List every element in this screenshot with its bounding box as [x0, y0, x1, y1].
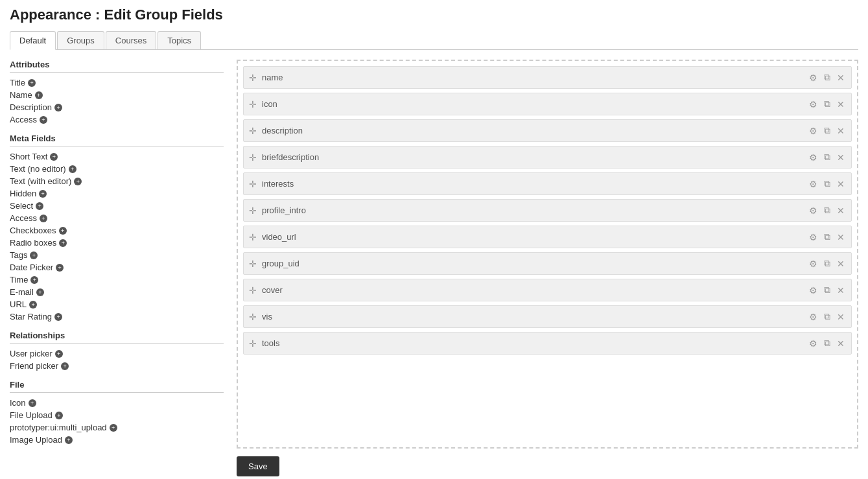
sidebar-item-user-picker[interactable]: User picker+	[10, 347, 224, 360]
remove-icon[interactable]: ✕	[836, 231, 846, 244]
add-icon: +	[54, 313, 62, 321]
copy-icon[interactable]: ⧉	[823, 124, 832, 137]
remove-icon[interactable]: ✕	[836, 257, 846, 270]
sidebar-item-checkboxes[interactable]: Checkboxes+	[10, 224, 224, 237]
save-button[interactable]: Save	[237, 456, 279, 476]
sidebar-item-file-upload[interactable]: File Upload+	[10, 409, 224, 421]
gear-icon[interactable]: ⚙	[808, 124, 819, 137]
tab-groups[interactable]: Groups	[57, 31, 104, 49]
field-row: ✛tools⚙⧉✕	[243, 332, 852, 355]
gear-icon[interactable]: ⚙	[808, 178, 819, 191]
field-name-label: video_url	[262, 232, 801, 242]
copy-icon[interactable]: ⧉	[823, 283, 832, 297]
drag-handle-icon[interactable]: ✛	[249, 205, 257, 216]
sidebar-item-description[interactable]: Description+	[10, 101, 224, 113]
drag-handle-icon[interactable]: ✛	[249, 232, 257, 242]
remove-icon[interactable]: ✕	[836, 310, 846, 323]
sidebar-item-hidden[interactable]: Hidden+	[10, 187, 224, 200]
add-icon: +	[59, 227, 67, 235]
field-actions: ⚙⧉✕	[808, 310, 846, 323]
field-name-label: briefdescription	[262, 152, 801, 162]
copy-icon[interactable]: ⧉	[823, 336, 832, 350]
sidebar-item-label: Hidden	[10, 189, 36, 198]
add-icon: +	[74, 178, 82, 185]
field-name-label: interests	[262, 179, 801, 189]
sidebar-item-access[interactable]: Access+	[10, 113, 224, 126]
tab-topics[interactable]: Topics	[158, 31, 201, 49]
sidebar-item-date-picker[interactable]: Date Picker+	[10, 261, 224, 274]
copy-icon[interactable]: ⧉	[823, 71, 832, 84]
gear-icon[interactable]: ⚙	[808, 337, 819, 350]
remove-icon[interactable]: ✕	[836, 284, 846, 297]
remove-icon[interactable]: ✕	[836, 124, 846, 137]
remove-icon[interactable]: ✕	[836, 151, 846, 164]
field-row: ✛name⚙⧉✕	[243, 66, 852, 89]
remove-icon[interactable]: ✕	[836, 337, 846, 350]
sidebar-item-label: Icon	[10, 398, 26, 408]
add-icon: +	[30, 276, 38, 284]
sidebar-item-radio-boxes[interactable]: Radio boxes+	[10, 237, 224, 249]
sidebar-item-tags[interactable]: Tags+	[10, 249, 224, 261]
tab-courses[interactable]: Courses	[106, 31, 156, 49]
sidebar-item-short-text[interactable]: Short Text+	[10, 150, 224, 163]
sidebar-item-name[interactable]: Name+	[10, 89, 224, 101]
field-name-label: name	[262, 73, 801, 82]
tabs-bar: DefaultGroupsCoursesTopics	[10, 31, 858, 50]
drag-handle-icon[interactable]: ✛	[249, 126, 257, 136]
field-actions: ⚙⧉✕	[808, 336, 846, 350]
copy-icon[interactable]: ⧉	[823, 150, 832, 164]
field-actions: ⚙⧉✕	[808, 230, 846, 244]
sidebar-item-select[interactable]: Select+	[10, 200, 224, 212]
gear-icon[interactable]: ⚙	[808, 284, 819, 297]
sidebar-item-access[interactable]: Access+	[10, 212, 224, 224]
sidebar-item-label: Description	[10, 102, 52, 112]
drag-handle-icon[interactable]: ✛	[249, 259, 257, 269]
copy-icon[interactable]: ⧉	[823, 230, 832, 244]
copy-icon[interactable]: ⧉	[823, 204, 832, 217]
gear-icon[interactable]: ⚙	[808, 231, 819, 244]
add-icon: +	[29, 301, 37, 309]
remove-icon[interactable]: ✕	[836, 204, 846, 217]
copy-icon[interactable]: ⧉	[823, 310, 832, 323]
copy-icon[interactable]: ⧉	[823, 97, 832, 111]
gear-icon[interactable]: ⚙	[808, 98, 819, 111]
sidebar-item-text-no-editor-[interactable]: Text (no editor)+	[10, 163, 224, 175]
copy-icon[interactable]: ⧉	[823, 177, 832, 191]
gear-icon[interactable]: ⚙	[808, 204, 819, 217]
gear-icon[interactable]: ⚙	[808, 310, 819, 323]
copy-icon[interactable]: ⧉	[823, 257, 832, 270]
field-row: ✛group_uid⚙⧉✕	[243, 252, 852, 275]
sidebar-item-label: Short Text	[10, 152, 47, 161]
sidebar-item-e-mail[interactable]: E-mail+	[10, 286, 224, 298]
remove-icon[interactable]: ✕	[836, 71, 846, 84]
sidebar: AttributesTitle+Name+Description+Access+…	[10, 60, 224, 476]
drag-handle-icon[interactable]: ✛	[249, 152, 257, 163]
gear-icon[interactable]: ⚙	[808, 151, 819, 164]
sidebar-item-image-upload[interactable]: Image Upload+	[10, 434, 224, 446]
sidebar-item-text-with-editor-[interactable]: Text (with editor)+	[10, 175, 224, 187]
sidebar-item-star-rating[interactable]: Star Rating+	[10, 310, 224, 323]
drag-handle-icon[interactable]: ✛	[249, 285, 257, 296]
sidebar-item-url[interactable]: URL+	[10, 298, 224, 310]
drag-handle-icon[interactable]: ✛	[249, 73, 257, 83]
sidebar-item-time[interactable]: Time+	[10, 274, 224, 286]
drag-handle-icon[interactable]: ✛	[249, 179, 257, 189]
sidebar-item-title[interactable]: Title+	[10, 76, 224, 89]
add-icon: +	[40, 116, 47, 124]
tab-default[interactable]: Default	[10, 31, 56, 50]
field-actions: ⚙⧉✕	[808, 177, 846, 191]
gear-icon[interactable]: ⚙	[808, 257, 819, 270]
sidebar-item-friend-picker[interactable]: Friend picker+	[10, 360, 224, 372]
remove-icon[interactable]: ✕	[836, 178, 846, 191]
sidebar-item-label: Text (no editor)	[10, 164, 66, 174]
add-icon: +	[54, 104, 62, 111]
field-row: ✛profile_intro⚙⧉✕	[243, 199, 852, 222]
sidebar-item-icon[interactable]: Icon+	[10, 397, 224, 409]
add-icon: +	[39, 190, 47, 198]
sidebar-item-prototyper-ui-multi_upload[interactable]: prototyper:ui:multi_upload+	[10, 421, 224, 434]
drag-handle-icon[interactable]: ✛	[249, 312, 257, 322]
gear-icon[interactable]: ⚙	[808, 71, 819, 84]
drag-handle-icon[interactable]: ✛	[249, 338, 257, 349]
remove-icon[interactable]: ✕	[836, 98, 846, 111]
drag-handle-icon[interactable]: ✛	[249, 99, 257, 110]
